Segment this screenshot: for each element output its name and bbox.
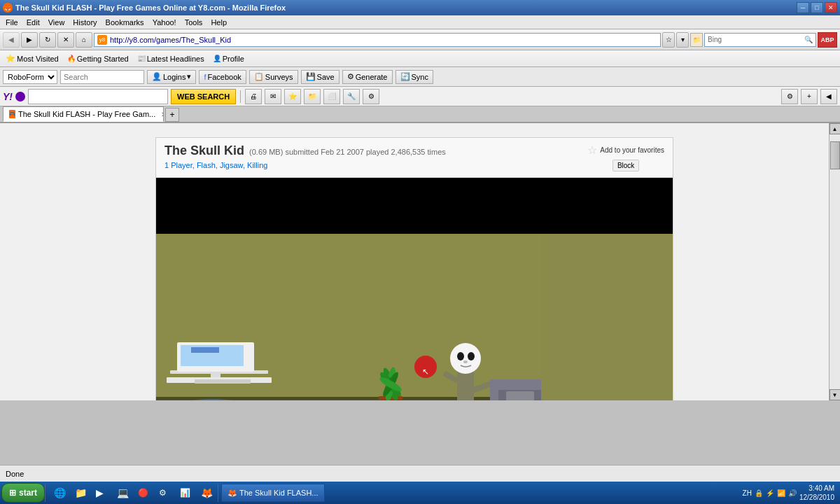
search-box[interactable]: Bing 🔍 <box>704 33 816 47</box>
save-button[interactable]: 💾 Save <box>301 70 340 84</box>
yahoo-circle-icon <box>15 92 25 102</box>
bookmarks-bar: ⭐ Most Visited 🔥 Getting Started 📰 Lates… <box>0 50 840 67</box>
flash-loading-area <box>156 178 673 234</box>
scroll-down-button[interactable]: ▼ <box>830 389 841 400</box>
yahoo-add-button[interactable]: + <box>801 89 818 104</box>
latest-headlines-label: Latest Headlines <box>147 55 204 63</box>
scroll-thumb[interactable] <box>830 141 840 169</box>
yahoo-btn6[interactable]: 🔧 <box>343 89 360 104</box>
firefox-taskbar-icon: 🦊 <box>201 487 213 498</box>
web-search-button[interactable]: WEB SEARCH <box>171 89 236 104</box>
logins-icon: 👤 <box>152 72 162 81</box>
svg-rect-18 <box>457 370 474 400</box>
bookmark-most-visited[interactable]: ⭐ Most Visited <box>3 53 62 64</box>
adblock-button[interactable]: ABP <box>818 32 837 48</box>
yahoo-btn4[interactable]: 📁 <box>304 89 321 104</box>
profile-label: Profile <box>223 55 244 63</box>
yahoo-settings-button[interactable]: ⚙ <box>781 89 798 104</box>
app4-icon: 💻 <box>117 487 129 498</box>
yahoo-print-button[interactable]: 🖨 <box>245 89 262 104</box>
game-scene[interactable]: ↖ <box>156 234 673 400</box>
ie-icon: 🌐 <box>54 487 66 498</box>
window-title: The Skull Kid FLASH - Play Free Games On… <box>15 4 286 12</box>
favorites-area: ☆ Add to your favorites Block <box>587 144 664 172</box>
yahoo-btn7[interactable]: ⚙ <box>363 89 379 104</box>
page-scrollbar[interactable]: ▲ ▼ <box>829 123 840 400</box>
sync-button[interactable]: 🔄 Sync <box>396 70 433 84</box>
ql-media[interactable]: ▶ <box>90 484 110 502</box>
roboform-search-input[interactable] <box>60 70 144 84</box>
maximize-button[interactable]: □ <box>811 2 823 13</box>
menu-help[interactable]: Help <box>206 17 231 28</box>
getting-started-icon: 🔥 <box>67 55 76 62</box>
menu-view[interactable]: View <box>44 17 69 28</box>
ql-app7[interactable]: 📊 <box>174 484 194 502</box>
star-favorites-icon: ☆ <box>587 144 597 157</box>
facebook-button[interactable]: f Facebook <box>199 70 246 84</box>
menu-edit[interactable]: Edit <box>22 17 44 28</box>
game-tags: 1 Player, Flash, Jigsaw, Killing <box>164 161 587 169</box>
back-button[interactable]: ◀ <box>3 32 20 48</box>
scroll-up-button[interactable]: ▲ <box>830 123 841 134</box>
tab-close-button[interactable]: ✕ <box>161 111 164 118</box>
yahoo-mail-button[interactable]: ✉ <box>265 89 281 104</box>
tray-icon-4: 🔊 <box>788 489 797 497</box>
firefox-icon: 🦊 <box>3 3 13 13</box>
generate-button[interactable]: ⚙ Generate <box>342 70 393 84</box>
logins-button[interactable]: 👤 Logins ▾ <box>147 70 196 84</box>
yahoo-search-input[interactable] <box>28 89 168 104</box>
yahoo-btn3[interactable]: ⭐ <box>284 89 301 104</box>
menu-bookmarks[interactable]: Bookmarks <box>102 17 148 28</box>
bookmark-profile[interactable]: 👤 Profile <box>210 54 247 64</box>
game-info: (0.69 MB) submitted Feb 21 2007 played 2… <box>249 148 446 156</box>
scroll-track[interactable] <box>830 134 841 389</box>
stop-button[interactable]: ✕ <box>57 32 74 48</box>
address-bar[interactable]: y8 http://y8.com/games/The_Skull_Kid <box>94 33 661 47</box>
game-header: The Skull Kid (0.69 MB) submitted Feb 21… <box>156 138 673 178</box>
start-button[interactable]: ⊞ start <box>1 483 45 503</box>
tag-1player[interactable]: 1 Player <box>164 161 192 169</box>
yahoo-back-button[interactable]: ◀ <box>820 89 837 104</box>
home-button[interactable]: ⌂ <box>76 32 92 48</box>
ql-firefox[interactable]: 🦊 <box>195 484 215 502</box>
most-visited-icon: ⭐ <box>6 54 15 63</box>
ql-app4[interactable]: 💻 <box>111 484 131 502</box>
roboform-select[interactable]: RoboForm <box>3 70 57 84</box>
close-button[interactable]: ✕ <box>825 2 837 13</box>
taskbar-item-label: The Skull Kid FLASH... <box>239 489 318 497</box>
menu-history[interactable]: History <box>69 17 101 28</box>
tag-killing[interactable]: Killing <box>247 161 267 169</box>
svg-rect-31 <box>490 379 498 400</box>
block-button[interactable]: Block <box>612 160 639 172</box>
tag-flash[interactable]: Flash <box>197 161 216 169</box>
search-icon[interactable]: 🔍 <box>804 36 813 43</box>
minimize-button[interactable]: ─ <box>797 2 809 13</box>
tray-icon-3: 📶 <box>777 489 785 497</box>
svg-point-17 <box>414 356 437 378</box>
menu-file[interactable]: File <box>1 17 22 28</box>
windows-logo: ⊞ <box>9 488 16 498</box>
bookmark-getting-started[interactable]: 🔥 Getting Started <box>64 54 132 64</box>
lang-indicator[interactable]: ZH <box>743 489 752 497</box>
add-favorites-button[interactable]: Add to your favorites <box>600 146 664 154</box>
content-wrapper: The Skull Kid (0.69 MB) submitted Feb 21… <box>0 123 840 400</box>
ql-app5[interactable]: 🔴 <box>132 484 152 502</box>
menu-tools[interactable]: Tools <box>181 17 207 28</box>
ql-folder[interactable]: 📁 <box>69 484 89 502</box>
ql-ie[interactable]: 🌐 <box>48 484 68 502</box>
tag-jigsaw[interactable]: Jigsaw <box>220 161 243 169</box>
active-tab[interactable]: 🎮 The Skull Kid FLASH - Play Free Gam...… <box>3 106 164 122</box>
taskbar-firefox-item[interactable]: 🦊 The Skull Kid FLASH... <box>221 484 325 502</box>
star-button[interactable]: ☆ <box>662 32 675 48</box>
new-tab-button[interactable]: + <box>165 108 179 122</box>
game-title: The Skull Kid <box>164 144 244 158</box>
menu-yahoo[interactable]: Yahoo! <box>148 17 181 28</box>
system-clock[interactable]: 3:40 AM 12/28/2010 <box>799 484 834 502</box>
bookmark-dropdown[interactable]: ▾ <box>676 32 689 48</box>
bookmark-latest-headlines[interactable]: 📰 Latest Headlines <box>134 54 207 64</box>
ql-app6[interactable]: ⚙ <box>153 484 173 502</box>
forward-button[interactable]: ▶ <box>21 32 38 48</box>
reload-button[interactable]: ↻ <box>39 32 56 48</box>
surveys-button[interactable]: 📋 Surveys <box>249 70 298 84</box>
yahoo-btn5[interactable]: ⬜ <box>323 89 340 104</box>
